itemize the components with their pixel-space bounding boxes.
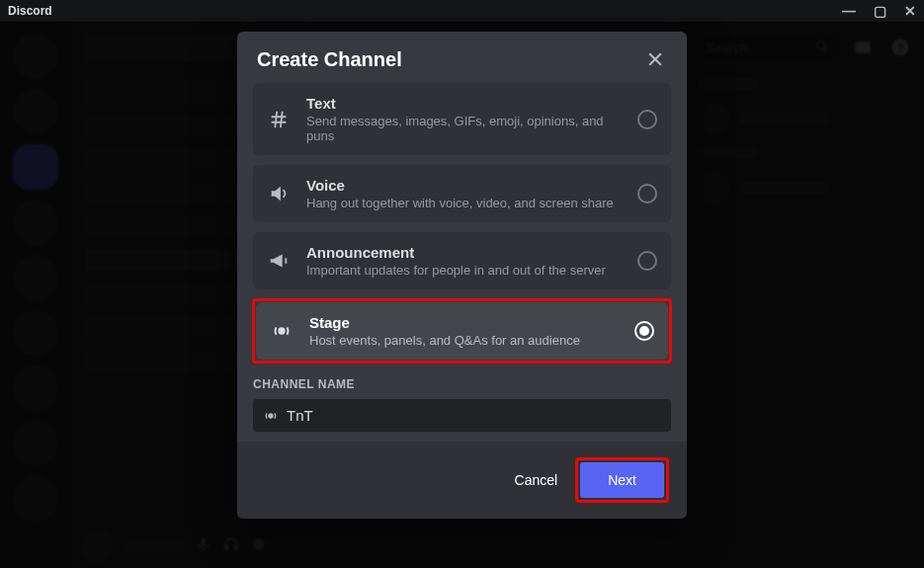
option-text: Voice Hang out together with voice, vide…	[306, 177, 622, 210]
cancel-button[interactable]: Cancel	[515, 472, 558, 488]
highlight-stage: Stage Host events, panels, and Q&As for …	[252, 298, 672, 364]
app-name: Discord	[8, 4, 52, 18]
channel-type-stage[interactable]: Stage Host events, panels, and Q&As for …	[256, 302, 668, 360]
radio-unselected[interactable]	[637, 251, 657, 271]
close-icon[interactable]	[643, 47, 667, 71]
channel-name-input[interactable]	[287, 407, 661, 424]
stage-icon	[270, 320, 294, 342]
channel-name-label: CHANNEL NAME	[253, 377, 671, 391]
highlight-next: Next	[575, 457, 669, 503]
speaker-icon	[267, 183, 291, 204]
option-desc: Host events, panels, and Q&As for an aud…	[309, 333, 619, 348]
maximize-icon[interactable]: ▢	[874, 3, 886, 19]
modal-title: Create Channel	[257, 48, 402, 71]
svg-line-15	[281, 111, 283, 127]
option-desc: Send messages, images, GIFs, emoji, opin…	[306, 114, 622, 143]
channel-name-input-wrap[interactable]	[253, 399, 671, 432]
megaphone-icon	[267, 250, 291, 272]
create-channel-modal: Create Channel Text Send messages, image…	[237, 32, 687, 519]
option-desc: Hang out together with voice, video, and…	[306, 196, 622, 210]
titlebar: Discord — ▢ ✕	[0, 0, 924, 22]
svg-line-14	[275, 111, 277, 127]
hash-icon	[267, 109, 291, 130]
window-controls: — ▢ ✕	[842, 3, 916, 19]
option-title: Voice	[306, 177, 622, 194]
channel-type-announcement[interactable]: Announcement Important updates for peopl…	[253, 232, 671, 289]
option-title: Text	[306, 95, 622, 112]
modal-body: Text Send messages, images, GIFs, emoji,…	[237, 83, 687, 442]
svg-rect-16	[285, 258, 287, 264]
option-title: Announcement	[306, 244, 622, 261]
minimize-icon[interactable]: —	[842, 3, 856, 19]
option-text: Stage Host events, panels, and Q&As for …	[309, 314, 619, 348]
svg-point-17	[279, 328, 285, 334]
option-text: Text Send messages, images, GIFs, emoji,…	[306, 95, 622, 143]
option-desc: Important updates for people in and out …	[306, 263, 622, 278]
next-button[interactable]: Next	[580, 462, 664, 498]
radio-selected[interactable]	[634, 321, 654, 341]
channel-type-text[interactable]: Text Send messages, images, GIFs, emoji,…	[253, 83, 671, 155]
modal-header: Create Channel	[237, 32, 687, 83]
radio-unselected[interactable]	[637, 110, 657, 129]
modal-footer: Cancel Next	[237, 442, 687, 519]
svg-point-18	[269, 414, 273, 418]
channel-type-voice[interactable]: Voice Hang out together with voice, vide…	[253, 165, 671, 222]
close-window-icon[interactable]: ✕	[904, 3, 916, 19]
stage-icon	[263, 408, 279, 424]
modal-overlay: Create Channel Text Send messages, image…	[0, 22, 924, 568]
option-text: Announcement Important updates for peopl…	[306, 244, 622, 278]
radio-unselected[interactable]	[637, 184, 657, 203]
option-title: Stage	[309, 314, 619, 331]
